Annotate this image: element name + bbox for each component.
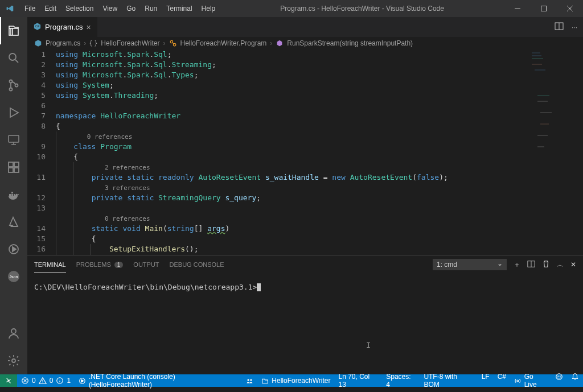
activity-azure[interactable] (0, 208, 27, 236)
status-go-live[interactable]: Go Live (510, 373, 551, 389)
status-problems[interactable]: 0 0 1 (17, 374, 75, 387)
activity-explorer[interactable] (0, 17, 27, 44)
remote-indicator[interactable] (0, 374, 17, 387)
title-bar: File Edit Selection View Go Run Terminal… (0, 0, 583, 17)
split-editor-icon[interactable] (555, 22, 564, 32)
activity-remote-explorer[interactable] (0, 126, 27, 154)
panel-tab-terminal[interactable]: TERMINAL (34, 257, 66, 273)
activity-account[interactable] (0, 320, 27, 347)
editor-tabs: C# Program.cs × ··· (27, 17, 583, 37)
close-panel-icon[interactable]: ✕ (570, 261, 576, 269)
svg-point-5 (15, 84, 18, 87)
csharp-file-icon (34, 39, 42, 47)
panel-tab-debug-console[interactable]: DEBUG CONSOLE (170, 257, 224, 273)
menu-help[interactable]: Help (197, 1, 220, 16)
svg-rect-11 (9, 194, 11, 196)
menu-run[interactable]: Run (140, 1, 162, 16)
svg-point-23 (173, 43, 175, 46)
close-icon[interactable]: × (86, 23, 91, 32)
minimize-button[interactable] (504, 0, 531, 17)
svg-point-28 (248, 379, 249, 381)
svg-rect-0 (515, 9, 520, 9)
tab-label: Program.cs (45, 23, 83, 31)
menu-go[interactable]: Go (122, 1, 140, 16)
svg-point-33 (560, 376, 560, 377)
maximize-button[interactable] (531, 0, 557, 17)
panel-tab-problems[interactable]: PROBLEMS1 (76, 257, 124, 273)
kill-terminal-icon[interactable] (542, 260, 550, 270)
editor-area: C# Program.cs × ··· Program.cs › HelloFo… (27, 17, 583, 374)
maximize-panel-icon[interactable]: ︿ (557, 260, 564, 270)
line-gutter: 12345678 910111213 1415161718192021 (27, 49, 56, 255)
svg-point-31 (556, 374, 563, 380)
class-icon (169, 39, 177, 47)
new-terminal-icon[interactable]: ＋ (514, 260, 520, 270)
svg-rect-10 (14, 168, 19, 172)
text-cursor-icon: I (366, 341, 367, 350)
terminal-body[interactable]: C:\DEV\HelloForeachWriter\bin\Debug\netc… (27, 274, 583, 374)
activity-source-control[interactable] (0, 72, 27, 99)
menu-edit[interactable]: Edit (40, 1, 61, 16)
svg-rect-13 (14, 194, 15, 196)
code-lines: using Microsoft.Spark.Sql; using Microso… (56, 49, 583, 255)
status-live-share[interactable] (242, 374, 257, 387)
terminal-cursor (257, 283, 261, 291)
status-cursor-position[interactable]: Ln 70, Col 13 (334, 373, 382, 389)
svg-point-29 (251, 379, 252, 381)
activity-liveshare[interactable] (0, 236, 27, 263)
svg-point-22 (170, 40, 173, 43)
activity-docker[interactable] (0, 181, 27, 208)
terminal-select[interactable]: 1: cmd (433, 259, 507, 270)
svg-text:C#: C# (35, 24, 40, 28)
svg-point-19 (12, 359, 15, 362)
svg-rect-7 (9, 162, 13, 167)
svg-point-30 (517, 379, 519, 381)
svg-point-3 (10, 80, 13, 83)
svg-point-2 (9, 53, 16, 60)
status-bar: 0 0 1 .NET Core Launch (console) (HelloF… (0, 374, 583, 387)
svg-rect-14 (11, 192, 13, 193)
svg-text:Json: Json (10, 275, 18, 279)
namespace-icon (89, 39, 97, 47)
status-encoding[interactable]: UTF-8 with BOM (420, 373, 477, 389)
window-title: Program.cs - HelloForeachWriter - Visual… (220, 5, 504, 13)
svg-rect-1 (541, 6, 547, 11)
status-folder[interactable]: HelloForeachWriter (257, 374, 334, 387)
menu-view[interactable]: View (98, 1, 122, 16)
split-terminal-icon[interactable] (527, 260, 535, 270)
svg-rect-6 (9, 135, 19, 142)
panel: TERMINAL PROBLEMS1 OUTPUT DEBUG CONSOLE … (27, 255, 583, 374)
svg-point-32 (558, 376, 559, 377)
menu-file[interactable]: File (20, 1, 40, 16)
status-spaces[interactable]: Spaces: 4 (382, 373, 420, 389)
svg-rect-9 (9, 168, 13, 172)
status-launch-config[interactable]: .NET Core Launch (console) (HelloForeach… (75, 374, 242, 387)
more-actions-icon[interactable]: ··· (572, 23, 577, 31)
activity-search[interactable] (0, 44, 27, 72)
menu-terminal[interactable]: Terminal (162, 1, 196, 16)
csharp-file-icon: C# (33, 22, 42, 32)
svg-rect-12 (11, 194, 13, 196)
breadcrumb[interactable]: Program.cs › HelloForeachWriter › HelloF… (27, 37, 583, 49)
terminal-prompt: C:\DEV\HelloForeachWriter\bin\Debug\netc… (34, 283, 257, 291)
activity-bar: Json (0, 17, 27, 374)
tab-program-cs[interactable]: C# Program.cs × (27, 17, 97, 37)
method-icon (276, 39, 284, 47)
activity-settings[interactable] (0, 347, 27, 374)
svg-point-4 (10, 88, 13, 91)
close-button[interactable] (557, 0, 583, 17)
svg-rect-8 (14, 162, 19, 167)
svg-point-18 (11, 329, 16, 333)
panel-tab-output[interactable]: OUTPUT (133, 257, 159, 273)
menu-selection[interactable]: Selection (61, 1, 98, 16)
minimap[interactable] (526, 49, 583, 255)
vscode-logo-icon (0, 5, 20, 13)
code-editor[interactable]: 12345678 910111213 1415161718192021 usin… (27, 49, 583, 255)
menu-bar: File Edit Selection View Go Run Terminal… (20, 1, 220, 16)
activity-extensions[interactable] (0, 154, 27, 181)
activity-json[interactable]: Json (0, 263, 27, 290)
activity-run-debug[interactable] (0, 99, 27, 126)
